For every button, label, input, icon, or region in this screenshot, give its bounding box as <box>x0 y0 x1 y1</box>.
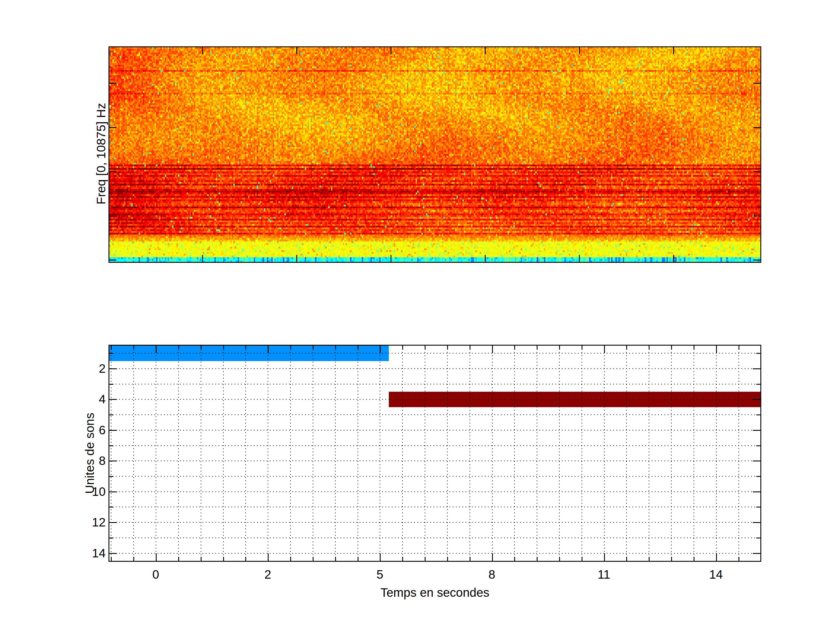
y-tick <box>109 83 116 84</box>
x-minor-tick <box>693 346 695 350</box>
y-major-tick <box>109 461 117 461</box>
y-major-tick <box>109 522 117 523</box>
y-minor-tick <box>756 384 760 385</box>
x-minor-tick <box>447 346 448 350</box>
x-major-tick <box>492 346 493 353</box>
y-major-tick <box>753 430 760 431</box>
x-minor-tick <box>245 346 246 350</box>
y-major-tick <box>753 522 760 523</box>
v-gridline <box>335 346 336 561</box>
h-gridline <box>109 430 760 431</box>
v-gridline <box>111 346 111 561</box>
v-gridline <box>178 346 179 561</box>
y-minor-tick <box>756 353 760 354</box>
h-gridline <box>109 507 760 507</box>
y-tick <box>109 127 116 128</box>
x-minor-tick <box>402 557 403 561</box>
x-minor-tick <box>671 346 672 350</box>
y-minor-tick <box>109 538 114 538</box>
x-major-tick <box>268 346 268 353</box>
x-minor-tick <box>201 346 202 350</box>
v-gridline <box>156 346 156 561</box>
x-tick-label: 2 <box>250 568 285 581</box>
figure-canvas: Freq [0, 10875] Hz Unites de sons Temps … <box>0 0 840 630</box>
spectrogram-plot <box>109 46 761 263</box>
x-minor-tick <box>313 557 314 561</box>
x-minor-tick <box>245 557 246 561</box>
x-major-tick <box>716 553 717 561</box>
x-minor-tick <box>649 557 649 561</box>
x-minor-tick <box>133 557 134 561</box>
v-gridline <box>671 346 672 561</box>
y-major-tick <box>109 399 117 400</box>
x-minor-tick <box>402 346 403 350</box>
x-major-tick <box>604 346 605 353</box>
v-gridline <box>358 346 358 561</box>
v-gridline <box>447 346 448 561</box>
y-major-tick <box>109 368 117 369</box>
x-minor-tick <box>739 557 739 561</box>
v-gridline <box>514 346 515 561</box>
x-major-tick <box>268 553 268 561</box>
x-minor-tick <box>425 346 426 350</box>
x-tick <box>202 47 203 54</box>
v-gridline <box>626 346 627 561</box>
y-tick <box>753 260 760 261</box>
y-minor-tick <box>756 476 760 477</box>
x-tick <box>485 47 486 54</box>
y-tick-label: 4 <box>62 393 106 406</box>
x-minor-tick <box>178 557 179 561</box>
x-minor-tick <box>133 346 134 350</box>
x-minor-tick <box>582 557 583 561</box>
v-gridline <box>559 346 560 561</box>
v-gridline <box>537 346 537 561</box>
x-minor-tick <box>582 346 583 350</box>
y-tick <box>109 216 116 216</box>
x-tick <box>673 255 674 262</box>
x-tick <box>390 255 392 262</box>
y-minor-tick <box>109 507 114 507</box>
y-minor-tick <box>109 353 114 354</box>
x-minor-tick <box>223 557 224 561</box>
y-major-tick <box>753 553 760 554</box>
x-minor-tick <box>290 346 291 350</box>
v-gridline <box>223 346 224 561</box>
y-tick-label: 14 <box>62 547 106 560</box>
x-tick <box>579 255 580 262</box>
y-minor-tick <box>756 414 760 415</box>
h-gridline <box>109 445 760 446</box>
x-tick <box>673 47 674 54</box>
x-minor-tick <box>739 346 739 350</box>
units-ylabel: Unites de sons <box>83 366 97 541</box>
h-gridline <box>109 553 760 554</box>
x-tick <box>202 255 203 262</box>
v-gridline <box>313 346 313 561</box>
x-minor-tick <box>447 557 448 561</box>
x-tick <box>485 255 486 262</box>
x-minor-tick <box>178 346 179 350</box>
y-tick <box>109 171 116 172</box>
y-minor-tick <box>109 445 114 446</box>
y-major-tick <box>109 491 117 492</box>
h-gridline <box>109 491 760 492</box>
v-gridline <box>245 346 246 561</box>
y-tick <box>753 127 760 128</box>
y-major-tick <box>753 368 760 369</box>
x-minor-tick <box>201 557 202 561</box>
x-minor-tick <box>358 346 358 350</box>
x-minor-tick <box>559 346 560 350</box>
h-gridline <box>109 461 760 461</box>
x-minor-tick <box>537 557 538 561</box>
x-minor-tick <box>470 346 471 350</box>
x-minor-tick <box>626 557 627 561</box>
x-major-tick <box>492 553 493 561</box>
v-gridline <box>604 346 605 561</box>
x-minor-tick <box>514 557 515 561</box>
x-major-tick <box>380 346 381 353</box>
y-tick <box>753 171 760 172</box>
spectrogram-image <box>109 47 760 262</box>
x-tick-label: 14 <box>698 568 734 581</box>
h-gridline <box>109 368 760 369</box>
v-gridline <box>201 346 201 561</box>
y-tick-label: 12 <box>62 516 106 529</box>
